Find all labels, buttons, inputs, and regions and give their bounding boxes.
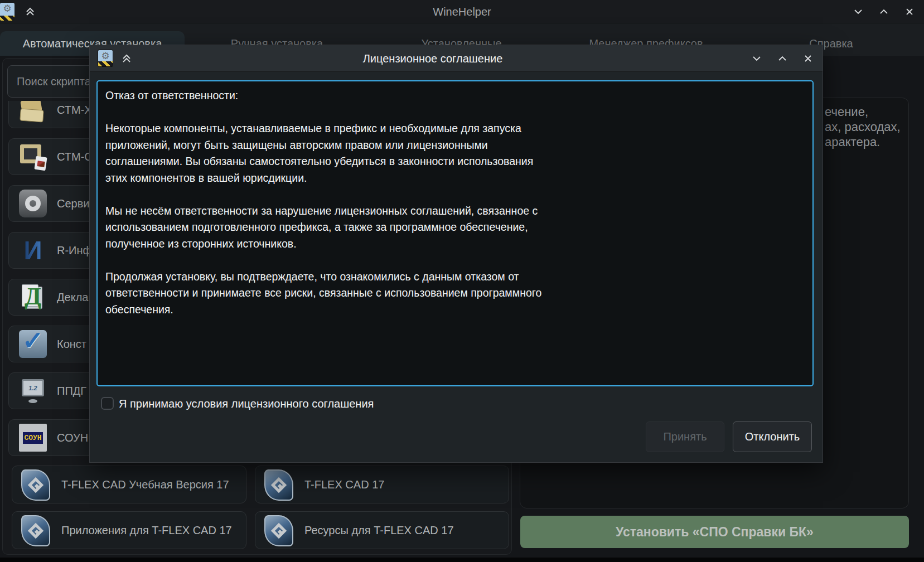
letter-i-icon: И: [19, 236, 47, 264]
tflex-button-resources[interactable]: Ресурсы для T-FLEX CAD 17: [255, 511, 509, 549]
folders-icon: [19, 101, 47, 124]
script-label: СТМ-Х: [57, 101, 92, 128]
minimize-icon[interactable]: [853, 6, 864, 17]
close-icon[interactable]: [802, 53, 814, 64]
tflex-icon: [21, 515, 50, 546]
tflex-label: Приложения для T-FLEX CAD 17: [61, 512, 232, 549]
tflex-button-cad17[interactable]: T-FLEX CAD 17: [255, 466, 509, 503]
maximize-icon[interactable]: [777, 53, 788, 64]
close-icon[interactable]: [904, 6, 915, 17]
license-text-area[interactable]: Отказ от ответственности: Некоторые комп…: [96, 80, 814, 386]
tflex-icon: [264, 469, 293, 501]
window-title: WineHelper: [0, 0, 924, 23]
soun-badge-icon: СОУН: [19, 424, 47, 452]
dialog-titlebar: ⚙ Лицензионное соглашение: [90, 45, 823, 72]
dialog-window-controls: [751, 45, 814, 72]
description-text-fragment: ечение,: [825, 104, 868, 119]
screen: ⚙ WineHelper Автоматическая установка: [0, 0, 924, 562]
tflex-button-apps[interactable]: Приложения для T-FLEX CAD 17: [12, 511, 246, 549]
install-spo-button[interactable]: Установить «СПО Справки БК»: [520, 516, 909, 548]
dialog-title: Лицензионное соглашение: [90, 45, 776, 72]
script-label: Серви: [57, 186, 90, 221]
description-text-fragment: ах, расходах,: [825, 119, 901, 134]
license-dialog: ⚙ Лицензионное соглашение Отказ от ответ…: [89, 45, 823, 463]
script-label: R-Инф: [57, 232, 92, 268]
script-label: ППДГ: [57, 373, 86, 409]
tflex-button-edu[interactable]: T-FLEX CAD Учебная Версия 17: [12, 466, 246, 503]
description-text-fragment: арактера.: [825, 134, 880, 149]
checkmark-screen-icon: ✓: [19, 330, 47, 358]
main-titlebar: ⚙ WineHelper: [0, 0, 924, 23]
script-label: Декла: [57, 279, 88, 315]
tflex-label: Ресурсы для T-FLEX CAD 17: [304, 512, 454, 549]
tflex-icon: [21, 469, 50, 501]
accept-button[interactable]: Принять: [646, 422, 724, 452]
tflex-icon: [264, 515, 293, 546]
tflex-label: T-FLEX CAD Учебная Версия 17: [61, 466, 229, 503]
documents-icon: Д: [19, 283, 47, 311]
monitor-icon: 1.2: [19, 377, 47, 405]
script-label: Конст: [57, 326, 86, 362]
decline-button[interactable]: Отклонить: [733, 422, 812, 452]
script-label: СТМ-С: [57, 139, 93, 175]
maximize-icon[interactable]: [878, 6, 889, 17]
script-label: СОУН: [57, 420, 88, 456]
window-controls: [853, 0, 915, 23]
ring-icon: [19, 190, 47, 217]
tflex-label: T-FLEX CAD 17: [304, 466, 384, 503]
minimize-icon[interactable]: [751, 53, 762, 64]
accept-license-label: Я принимаю условия лицензионного соглаше…: [119, 393, 374, 415]
accept-license-checkbox[interactable]: [101, 397, 114, 410]
frame-photo-icon: [19, 143, 47, 171]
